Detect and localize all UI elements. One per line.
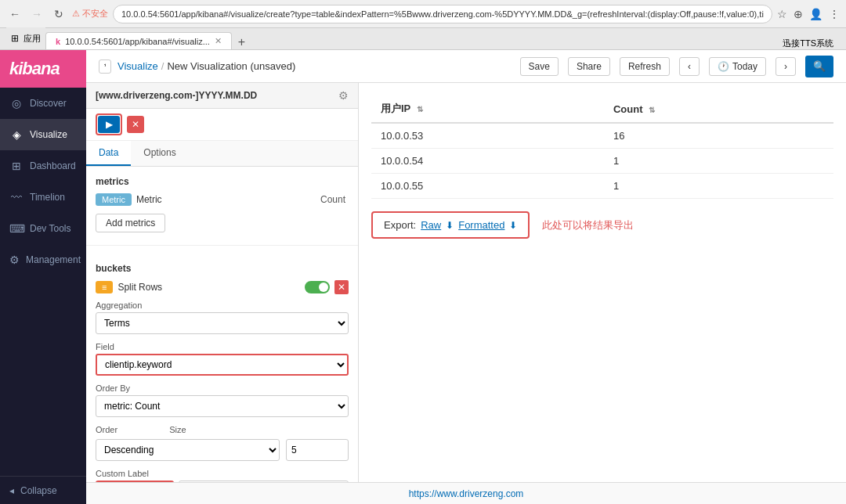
grid-icon: ⊞	[11, 33, 19, 44]
wrench-icon: ⌨	[9, 222, 24, 235]
forward-btn[interactable]: →	[28, 5, 45, 23]
ip-cell: 10.0.0.53	[371, 123, 604, 149]
reset-button[interactable]: ✕	[127, 116, 144, 133]
visualize-icon: ◈	[9, 128, 24, 141]
bookmark-icon[interactable]: ☆	[777, 8, 787, 20]
export-label: Export:	[384, 219, 416, 231]
size-input[interactable]	[286, 439, 349, 461]
order-select[interactable]: Descending	[96, 439, 280, 461]
metric-label: Metric	[136, 194, 316, 205]
buckets-section: buckets ≡ Split Rows ✕ Aggregation Terms	[86, 254, 358, 482]
sidebar-item-discover[interactable]: ◎ Discover	[0, 88, 86, 119]
sidebar-item-visualize[interactable]: ◈ Visualize	[0, 119, 86, 150]
table-row: 10.0.0.54 1	[371, 149, 833, 174]
bottom-bar: https://www.driverzeng.com	[86, 482, 846, 504]
app-label: 迅接TTS系统	[783, 38, 833, 49]
ip-cell: 10.0.0.54	[371, 149, 604, 174]
app-label-bar: 迅接TTS系统	[251, 38, 840, 49]
account-icon[interactable]: 👤	[809, 8, 822, 20]
count-cell: 1	[604, 174, 833, 199]
field-label: Field	[96, 342, 349, 351]
today-button[interactable]: 🕐 Today	[709, 57, 766, 76]
apps-label: 应用	[24, 33, 41, 45]
menu-icon[interactable]: ⋮	[829, 8, 840, 20]
order-size-row: Descending	[96, 439, 349, 461]
sidebar-item-dashboard[interactable]: ⊞ Dashboard	[0, 150, 86, 182]
left-panel: [www.driverzeng.com-]YYYY.MM.DD ⚙ ▶ ✕ Da…	[86, 83, 359, 482]
url-bar[interactable]	[113, 5, 772, 23]
index-pattern-settings-icon[interactable]: ⚙	[338, 89, 349, 102]
tab-bar: ⊞ 应用 k 10.0.0.54:5601/app/kibana#/visual…	[0, 28, 846, 50]
toggle-button[interactable]	[305, 281, 330, 293]
table-row: 10.0.0.55 1	[371, 174, 833, 199]
metrics-section: metrics Metric Metric Count Add metrics	[86, 167, 358, 242]
col-count-header[interactable]: Count ⇅	[604, 95, 833, 123]
right-panel-inner: 用户IP ⇅ Count ⇅ 10.0.0.5	[359, 83, 846, 482]
kibana-logo: kibana	[0, 50, 86, 88]
share-button[interactable]: Share	[568, 57, 610, 76]
browser-icons: ☆ ⊕ 👤 ⋮	[777, 8, 840, 20]
compass-icon: ◎	[9, 97, 24, 110]
search-icon: 🔍	[813, 60, 826, 72]
reload-btn[interactable]: ↻	[50, 5, 67, 23]
index-pattern-bar: [www.driverzeng.com-]YYYY.MM.DD ⚙	[86, 83, 358, 109]
back-btn[interactable]: ←	[6, 5, 24, 23]
breadcrumb-separator: /	[161, 60, 164, 72]
field-group: Field clientip.keyword	[96, 342, 349, 376]
sidebar-item-devtools[interactable]: ⌨ Dev Tools	[0, 213, 86, 244]
sidebar-item-management[interactable]: ⚙ Management	[0, 244, 86, 275]
raw-export-link[interactable]: Raw	[421, 219, 441, 231]
bucket-row: ≡ Split Rows ✕	[96, 280, 349, 294]
col-ip-header[interactable]: 用户IP ⇅	[371, 95, 604, 123]
buckets-title: buckets	[96, 263, 349, 274]
order-by-select[interactable]: metric: Count	[96, 395, 349, 417]
download-formatted-icon[interactable]: ⬇	[509, 220, 517, 231]
sidebar: kibana ◎ Discover ◈ Visualize ⊞ Dashboar…	[0, 50, 86, 504]
app-container: kibana ◎ Discover ◈ Visualize ⊞ Dashboar…	[0, 50, 846, 504]
breadcrumb-visualize-link[interactable]: Visualize	[118, 60, 158, 72]
refresh-button[interactable]: Refresh	[620, 57, 670, 76]
order-by-label: Order By	[96, 383, 349, 393]
tab-data[interactable]: Data	[86, 141, 131, 166]
tab-options[interactable]: Options	[131, 141, 188, 166]
data-table: 用户IP ⇅ Count ⇅ 10.0.0.5	[371, 95, 833, 199]
prev-time-btn[interactable]: ‹	[679, 57, 700, 76]
search-button[interactable]: 🔍	[805, 56, 833, 77]
bucket-label: Split Rows	[118, 282, 300, 293]
section-divider	[86, 245, 358, 246]
save-button[interactable]: Save	[520, 57, 559, 76]
download-raw-icon[interactable]: ⬇	[446, 220, 454, 231]
tab-close-icon[interactable]: ✕	[215, 36, 222, 46]
order-size-group: Order Size Descending	[96, 425, 349, 461]
tab-input[interactable]	[99, 59, 111, 74]
new-tab-btn[interactable]: +	[232, 35, 251, 49]
extensions-icon[interactable]: ⊕	[794, 8, 803, 20]
collapse-btn[interactable]: ◂ Collapse	[0, 476, 86, 504]
browser-bar: ← → ↻ ⚠ 不安全 ☆ ⊕ 👤 ⋮	[0, 0, 846, 28]
breadcrumb-current: New Visualization (unsaved)	[167, 60, 295, 72]
next-time-btn[interactable]: ›	[776, 57, 796, 76]
metric-pill: Metric	[96, 193, 132, 206]
run-btn-highlight-border: ▶	[96, 113, 122, 135]
breadcrumb: Visualize / New Visualization (unsaved)	[118, 60, 514, 72]
bottom-url[interactable]: https://www.driverzeng.com	[409, 488, 524, 499]
sidebar-item-timelion[interactable]: 〰 Timelion	[0, 182, 86, 213]
formatted-export-link[interactable]: Formatted	[458, 219, 504, 231]
delete-bucket-button[interactable]: ✕	[334, 280, 349, 294]
add-metrics-button[interactable]: Add metrics	[96, 214, 165, 232]
browser-tab[interactable]: k 10.0.0.54:5601/app/kibana#/visualiz...…	[45, 32, 232, 49]
security-indicator: ⚠ 不安全	[72, 8, 108, 20]
index-pattern-name: [www.driverzeng.com-]YYYY.MM.DD	[96, 90, 257, 101]
size-label: Size	[169, 425, 186, 434]
aggregation-select[interactable]: Terms	[96, 312, 349, 334]
bucket-pill: ≡	[96, 281, 113, 293]
table-header-row: 用户IP ⇅ Count ⇅	[371, 95, 833, 123]
ip-cell: 10.0.0.55	[371, 174, 604, 199]
metric-row: Metric Metric Count	[96, 193, 349, 206]
main-content: Visualize / New Visualization (unsaved) …	[86, 50, 846, 504]
run-button[interactable]: ▶	[98, 116, 120, 133]
tab-favicon: k	[56, 37, 60, 46]
sort-count-icon: ⇅	[649, 106, 655, 114]
panel-tabs: Data Options	[86, 141, 358, 167]
field-select[interactable]: clientip.keyword	[96, 354, 349, 376]
